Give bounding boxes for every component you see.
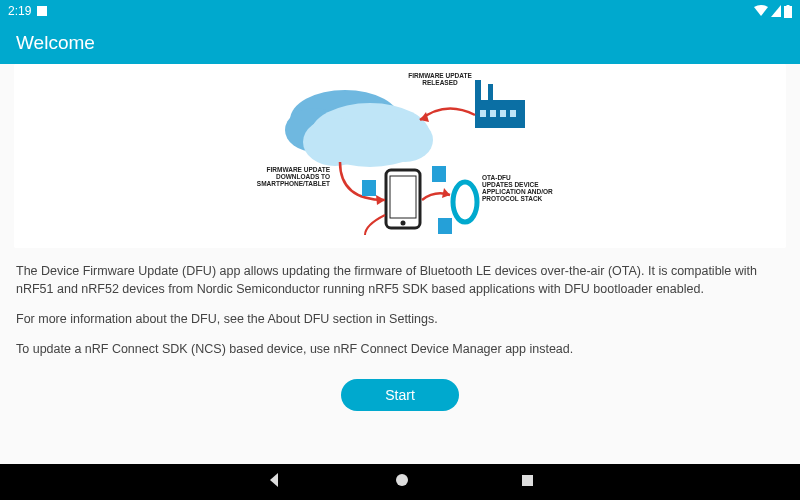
svg-point-6 <box>377 118 433 162</box>
svg-rect-9 <box>488 84 493 100</box>
svg-rect-19 <box>432 166 446 182</box>
content-area: FIRMWARE UPDATERELEASED FIRMWARE UPDATED… <box>0 64 800 464</box>
svg-rect-20 <box>438 218 452 234</box>
svg-point-16 <box>401 221 406 226</box>
svg-rect-18 <box>362 180 376 196</box>
page-title: Welcome <box>16 32 95 54</box>
description-p3: To update a nRF Connect SDK (NCS) based … <box>16 340 784 358</box>
svg-rect-0 <box>784 6 792 18</box>
svg-rect-15 <box>390 176 416 218</box>
wifi-icon <box>754 5 768 17</box>
description-block: The Device Firmware Update (DFU) app all… <box>0 258 800 379</box>
description-p1: The Device Firmware Update (DFU) app all… <box>16 262 784 298</box>
diagram-label-released: FIRMWARE UPDATERELEASED <box>400 72 480 86</box>
home-icon <box>394 472 410 488</box>
notification-icon <box>37 6 47 16</box>
status-bar: 2:19 <box>0 0 800 22</box>
status-time: 2:19 <box>8 4 31 18</box>
svg-rect-11 <box>490 110 496 117</box>
diagram-label-ota: OTA-DFUUPDATES DEVICEAPPLICATION AND/ORP… <box>482 174 572 203</box>
diagram-card: FIRMWARE UPDATERELEASED FIRMWARE UPDATED… <box>14 64 786 248</box>
battery-icon <box>784 5 792 18</box>
svg-rect-13 <box>510 110 516 117</box>
svg-point-17 <box>453 182 477 222</box>
nav-home-button[interactable] <box>394 472 410 492</box>
back-icon <box>266 471 284 489</box>
diagram-label-download: FIRMWARE UPDATEDOWNLOADS TOSMARTPHONE/TA… <box>240 166 330 187</box>
svg-point-21 <box>396 474 408 486</box>
svg-rect-1 <box>787 5 790 7</box>
recent-icon <box>520 473 535 488</box>
start-button[interactable]: Start <box>341 379 459 411</box>
nav-back-button[interactable] <box>266 471 284 493</box>
svg-rect-10 <box>480 110 486 117</box>
svg-rect-12 <box>500 110 506 117</box>
signal-icon <box>771 5 781 17</box>
navigation-bar <box>0 464 800 500</box>
app-bar: Welcome <box>0 22 800 64</box>
svg-rect-22 <box>522 475 533 486</box>
dfu-diagram: FIRMWARE UPDATERELEASED FIRMWARE UPDATED… <box>210 70 590 240</box>
svg-point-5 <box>303 118 367 166</box>
nav-recent-button[interactable] <box>520 473 535 492</box>
description-p2: For more information about the DFU, see … <box>16 310 784 328</box>
